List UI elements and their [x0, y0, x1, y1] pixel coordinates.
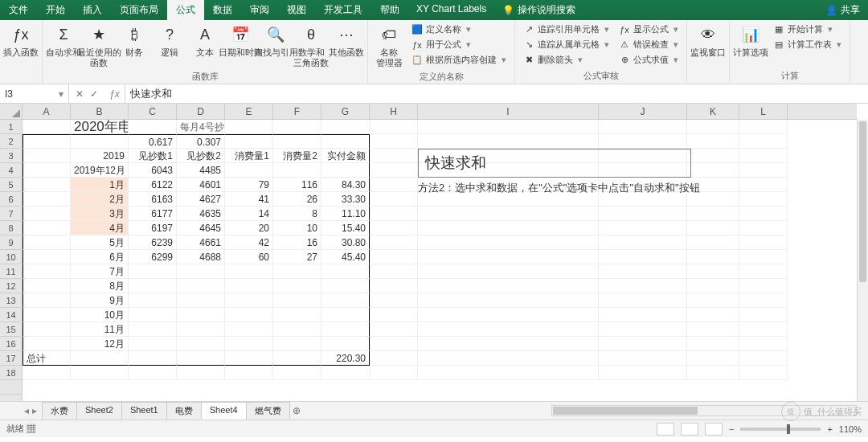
ribbon-删除箭头[interactable]: ✖删除箭头▾ — [518, 52, 614, 68]
cell[interactable] — [599, 134, 687, 149]
cell[interactable]: 4601 — [177, 178, 225, 192]
cell[interactable]: 2019年12月 — [71, 163, 129, 178]
cell[interactable] — [370, 134, 418, 149]
cell[interactable] — [370, 250, 418, 264]
cell[interactable]: 12月 — [71, 337, 129, 351]
col-header-D[interactable]: D — [177, 104, 225, 119]
cell[interactable]: 14 — [225, 207, 273, 221]
row-header-15[interactable]: 15 — [0, 322, 22, 337]
page-break-button[interactable] — [705, 423, 723, 436]
cell[interactable]: 79 — [225, 178, 273, 192]
cell[interactable]: 见抄数1 — [129, 149, 177, 163]
cell[interactable] — [273, 264, 321, 279]
cell[interactable]: 见抄数2 — [177, 149, 225, 163]
cell[interactable]: 0.307 — [177, 134, 225, 149]
cell[interactable] — [687, 264, 739, 279]
cell[interactable] — [71, 366, 129, 380]
cell[interactable] — [23, 149, 71, 163]
cell[interactable]: 10 — [273, 221, 321, 235]
cell[interactable] — [321, 337, 370, 351]
cell[interactable] — [739, 337, 788, 351]
cell[interactable] — [687, 163, 739, 178]
cell[interactable] — [225, 264, 273, 279]
cancel-icon[interactable]: ✕ — [72, 88, 87, 100]
ribbon-文本[interactable]: A文本 — [187, 22, 223, 59]
cell[interactable] — [225, 351, 273, 366]
row-header-2[interactable]: 2 — [0, 134, 22, 149]
row-header-3[interactable]: 3 — [0, 149, 22, 163]
share-button[interactable]: 👤共享 — [817, 0, 868, 20]
ribbon-计算选项[interactable]: 📊计算选项 — [733, 22, 768, 59]
cell[interactable] — [71, 351, 129, 366]
cell[interactable] — [273, 322, 321, 337]
ribbon-根据所选内容创建[interactable]: 📋根据所选内容创建▾ — [407, 52, 511, 68]
cell[interactable] — [225, 366, 273, 380]
cell[interactable]: 6299 — [129, 250, 177, 264]
cell[interactable] — [129, 279, 177, 293]
cell[interactable] — [273, 351, 321, 366]
cell[interactable] — [418, 337, 599, 351]
cell[interactable] — [370, 337, 418, 351]
cell[interactable] — [273, 163, 321, 178]
cell[interactable] — [687, 235, 739, 250]
cell[interactable] — [739, 366, 788, 380]
cell[interactable] — [599, 308, 687, 322]
row-header-11[interactable]: 11 — [0, 264, 22, 279]
cell[interactable] — [687, 337, 739, 351]
cell[interactable] — [687, 221, 739, 235]
cell[interactable] — [177, 293, 225, 308]
cell[interactable]: 实付金额 — [321, 149, 370, 163]
macro-icon[interactable]: ▦ — [27, 424, 35, 433]
cell[interactable] — [321, 308, 370, 322]
sheet-tab-Sheet4[interactable]: Sheet4 — [201, 402, 247, 419]
addin-xy-chart-labels[interactable]: XY Chart Labels — [408, 0, 494, 20]
cell[interactable] — [370, 235, 418, 250]
menu-tab-开发工具[interactable]: 开发工具 — [315, 0, 371, 20]
cell[interactable] — [418, 351, 599, 366]
hscroll-thumb[interactable] — [553, 407, 698, 415]
sheet-tab-Sheet2[interactable]: Sheet2 — [76, 402, 122, 419]
menu-tab-公式[interactable]: 公式 — [167, 0, 204, 20]
cell[interactable] — [129, 366, 177, 380]
cell[interactable] — [129, 351, 177, 366]
cell[interactable] — [739, 351, 788, 366]
cell[interactable] — [129, 322, 177, 337]
row-header-12[interactable]: 12 — [0, 279, 22, 293]
cell[interactable] — [129, 120, 177, 134]
cell[interactable] — [739, 192, 788, 207]
cell[interactable]: 11.10 — [321, 207, 370, 221]
cell[interactable] — [370, 149, 418, 163]
cell[interactable]: 4635 — [177, 207, 225, 221]
cell[interactable] — [23, 264, 71, 279]
tell-me-search[interactable]: 💡操作说明搜索 — [494, 0, 583, 20]
cell[interactable] — [177, 337, 225, 351]
cell[interactable]: 33.30 — [321, 192, 370, 207]
cell[interactable] — [23, 192, 71, 207]
cell[interactable] — [370, 120, 418, 134]
cell[interactable] — [273, 337, 321, 351]
cell[interactable]: 6239 — [129, 235, 177, 250]
cell[interactable]: 30.80 — [321, 235, 370, 250]
cell[interactable]: 2020年电费 — [71, 120, 129, 134]
cell[interactable] — [225, 134, 273, 149]
textbox-quick-sum[interactable]: 快速求和 — [418, 149, 691, 178]
cell[interactable] — [687, 134, 739, 149]
cell[interactable] — [418, 120, 599, 134]
cell[interactable] — [129, 264, 177, 279]
cell[interactable] — [321, 134, 370, 149]
cell[interactable] — [225, 308, 273, 322]
col-header-G[interactable]: G — [321, 104, 370, 119]
cell[interactable]: 4月 — [71, 221, 129, 235]
row-header-1[interactable]: 1 — [0, 120, 22, 134]
col-header-I[interactable]: I — [418, 104, 599, 119]
cells-area[interactable]: 2020年电费每月4号抄表0.6170.3072019见抄数1见抄数2消费量1消… — [23, 120, 857, 401]
row-header-9[interactable]: 9 — [0, 235, 22, 250]
cell[interactable] — [273, 366, 321, 380]
cell[interactable] — [23, 120, 71, 134]
cell[interactable] — [177, 351, 225, 366]
cell[interactable] — [321, 366, 370, 380]
cell[interactable] — [370, 221, 418, 235]
cell[interactable]: 11月 — [71, 322, 129, 337]
ribbon-公式求值[interactable]: ⊕公式求值▾ — [614, 52, 683, 68]
cell[interactable]: 60 — [225, 250, 273, 264]
